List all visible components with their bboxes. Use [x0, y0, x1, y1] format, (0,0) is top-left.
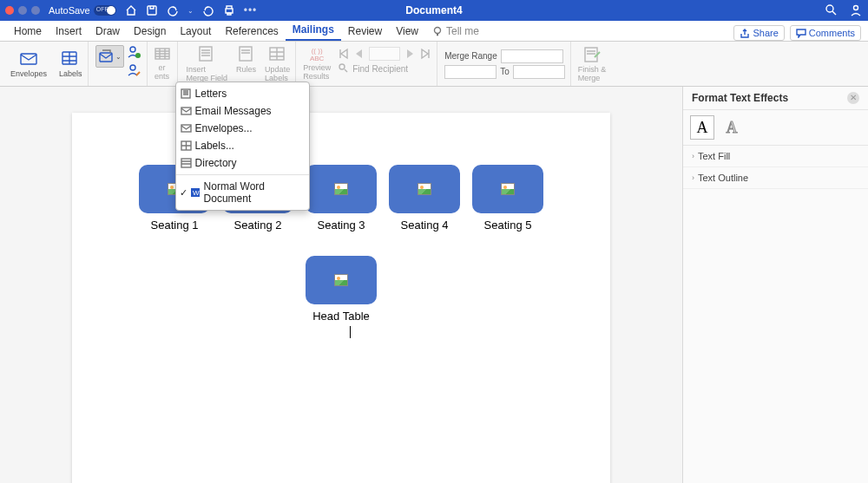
picture-placeholder-icon — [501, 183, 515, 195]
ribbon-tabs: Home Insert Draw Design Layout Reference… — [0, 21, 868, 42]
redo-icon[interactable] — [202, 4, 214, 16]
close-panel-button[interactable]: ✕ — [847, 92, 859, 104]
dropdown-item-labels[interactable]: Labels... — [176, 137, 309, 154]
merge-range-selector[interactable] — [501, 49, 563, 63]
letter-icon — [181, 88, 193, 99]
recipients-label-fragment: er ents — [155, 63, 169, 81]
head-table-card[interactable]: Head Table — [306, 256, 377, 323]
merge-to-input[interactable] — [513, 65, 565, 79]
edit-recipient-list-button[interactable] — [126, 63, 141, 80]
text-fill-section[interactable]: ›Text Fill — [683, 146, 868, 167]
window-controls — [5, 6, 40, 15]
tab-design[interactable]: Design — [127, 22, 173, 41]
tell-me[interactable]: Tell me — [425, 22, 486, 41]
text-fill-outline-tab[interactable]: A — [690, 115, 714, 140]
dropdown-item-normal-doc[interactable]: ✓ W Normal Word Document — [176, 178, 309, 207]
insert-merge-field-button[interactable]: Insert Merge Field — [187, 45, 228, 82]
titlebar-right — [825, 3, 863, 17]
rules-button[interactable]: Rules — [236, 45, 256, 82]
dropdown-item-envelopes[interactable]: Envelopes... — [176, 120, 309, 137]
document-area[interactable]: Seating 1 Seating 2 Seating 3 Seating 4 … — [0, 87, 682, 483]
start-mail-merge-dropdown: Letters Email Messages Envelopes... Labe… — [175, 82, 310, 211]
minimize-window-icon[interactable] — [18, 6, 27, 15]
merge-to-label: To — [500, 67, 510, 76]
filter-recipients-button[interactable] — [155, 48, 170, 63]
text-cursor — [350, 326, 351, 338]
zoom-window-icon[interactable] — [31, 6, 40, 15]
search-icon[interactable] — [825, 3, 838, 17]
merge-from-input[interactable] — [444, 65, 496, 79]
svg-point-2 — [826, 5, 833, 12]
preview-group: (( )) ABC Preview Results Find Recipient — [298, 42, 437, 86]
text-effects-tab[interactable]: A — [720, 115, 744, 140]
write-insert-group: Insert Merge Field Rules Update Labels — [177, 42, 297, 86]
save-icon[interactable] — [146, 4, 158, 16]
tab-review[interactable]: Review — [341, 22, 389, 41]
document-title: Document4 — [405, 4, 462, 16]
svg-rect-19 — [200, 47, 212, 61]
share-button[interactable]: Share — [733, 25, 784, 41]
home-icon[interactable] — [125, 4, 137, 16]
close-window-icon[interactable] — [5, 6, 14, 15]
print-icon[interactable] — [223, 4, 235, 16]
ellipsis-icon[interactable]: ••• — [244, 4, 258, 16]
envelope-icon — [181, 123, 193, 134]
dropdown-item-directory[interactable]: Directory — [176, 154, 309, 172]
first-record-icon[interactable] — [338, 48, 350, 60]
tab-insert[interactable]: Insert — [49, 22, 89, 41]
last-record-icon[interactable] — [419, 48, 431, 60]
find-icon — [338, 62, 350, 75]
prev-record-icon[interactable] — [353, 48, 365, 60]
dropdown-item-letters[interactable]: Letters — [176, 85, 309, 102]
finish-merge-button[interactable]: Finish & Merge — [573, 42, 612, 86]
svg-rect-5 — [21, 54, 36, 64]
comment-icon — [796, 28, 806, 38]
autosave-state: OFF — [96, 6, 108, 12]
labels-button[interactable]: Labels — [54, 42, 89, 86]
record-number-input[interactable] — [369, 47, 400, 61]
seating-card[interactable]: Seating 3 — [306, 165, 377, 232]
dropdown-item-email[interactable]: Email Messages — [176, 102, 309, 120]
tab-home[interactable]: Home — [7, 22, 49, 41]
text-outline-section[interactable]: ›Text Outline — [683, 167, 868, 189]
update-labels-button[interactable]: Update Labels — [265, 45, 290, 82]
picture-placeholder-icon — [334, 274, 348, 286]
account-icon[interactable] — [849, 3, 863, 17]
tab-view[interactable]: View — [389, 22, 425, 41]
seating-card[interactable]: Seating 4 — [389, 165, 460, 232]
select-recipients-button[interactable] — [126, 45, 141, 62]
share-icon — [740, 28, 750, 38]
tab-mailings[interactable]: Mailings — [286, 20, 341, 41]
envelopes-button[interactable]: Envelopes — [5, 42, 52, 86]
tab-layout[interactable]: Layout — [173, 22, 218, 41]
svg-rect-1 — [226, 9, 233, 13]
chevron-right-icon: › — [692, 152, 694, 160]
svg-text:W: W — [193, 189, 200, 197]
svg-rect-15 — [181, 159, 191, 167]
lightbulb-icon — [432, 26, 443, 36]
autosave-label: AutoSave — [49, 5, 90, 16]
svg-point-3 — [854, 6, 858, 10]
word-doc-icon: W — [190, 187, 202, 198]
undo-dropdown-icon[interactable]: ⌄ — [187, 7, 194, 15]
comments-button[interactable]: Comments — [790, 25, 861, 41]
record-navigation — [338, 47, 431, 61]
svg-point-22 — [339, 64, 345, 69]
svg-rect-7 — [100, 53, 112, 62]
svg-rect-23 — [585, 48, 597, 62]
undo-icon[interactable] — [167, 4, 179, 16]
next-record-icon[interactable] — [404, 48, 416, 60]
filter-recipients-group: er ents — [149, 42, 175, 86]
chevron-down-icon: ⌄ — [115, 53, 122, 61]
tab-references[interactable]: References — [218, 22, 285, 41]
autosave-control[interactable]: AutoSave OFF — [49, 5, 116, 16]
label-icon — [181, 140, 193, 151]
tab-draw[interactable]: Draw — [89, 22, 127, 41]
preview-results-button[interactable]: (( )) ABC Preview Results — [303, 47, 331, 81]
autosave-toggle[interactable]: OFF — [94, 5, 116, 16]
head-table-row: Head Table — [107, 256, 575, 323]
merge-range-label: Merge Range — [444, 51, 497, 61]
find-recipient-button[interactable]: Find Recipient — [338, 62, 431, 75]
seating-card[interactable]: Seating 5 — [472, 165, 543, 232]
start-mail-merge-button[interactable]: ⌄ — [95, 45, 124, 68]
